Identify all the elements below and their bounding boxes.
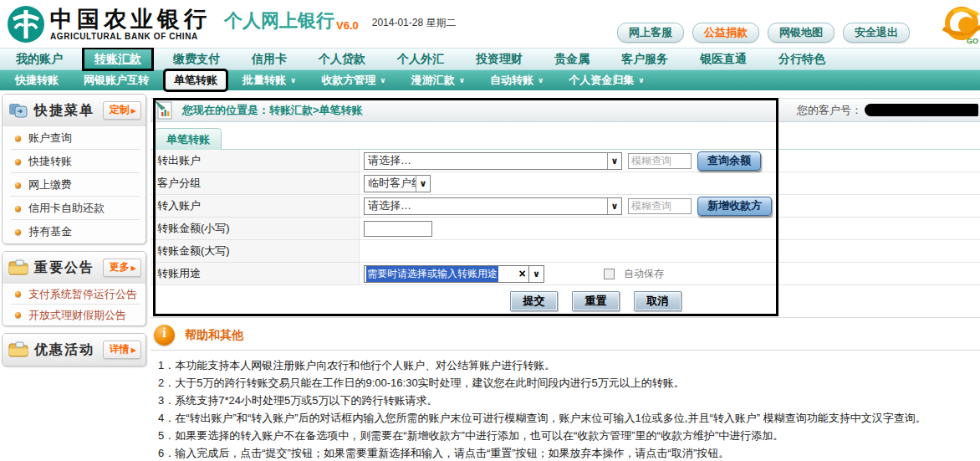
chevron-down-icon[interactable] (607, 198, 621, 214)
customize-button[interactable]: 定制 (103, 101, 141, 120)
quick-menu-item-label: 信用卡自助还款 (28, 201, 105, 216)
details-button[interactable]: 详情 (103, 341, 141, 359)
main-nav-item[interactable]: 分行特色 (768, 49, 836, 69)
version-badge: V6.0 (336, 19, 359, 33)
main-nav-item[interactable]: 贵金属 (544, 49, 600, 69)
header-quick-link[interactable]: 网上客服 (617, 23, 684, 43)
notice-item[interactable]: 开放式理财假期公告 (3, 305, 145, 325)
clear-icon[interactable] (516, 266, 528, 282)
quick-menu-header: 快捷菜单 定制 (3, 95, 145, 126)
sub-nav-item[interactable]: 收款方管理 (313, 71, 394, 90)
sidebar: 快捷菜单 定制 账户查询 快捷转账 网上缴费 信用卡自助还款 持有基金 (0, 90, 150, 373)
transfer-form: 转出账户 请选择… 查询余额 客户分组 临时客户组 转入账户 (151, 150, 980, 318)
customer-group-select[interactable]: 临时客户组 (364, 175, 431, 192)
bullet-icon (15, 136, 21, 141)
notice-panel: 重要公告 更多 支付系统暂停运行公告 开放式理财假期公告 (2, 251, 146, 326)
quick-menu-item[interactable]: 网上缴费 (3, 173, 145, 197)
help-item: 3．系统支持7*24小时处理5万或5万以下的跨行转账请求。 (158, 392, 975, 409)
quick-menu-item[interactable]: 信用卡自助还款 (3, 197, 145, 220)
product-title: 个人网上银行 (224, 8, 334, 33)
form-row-amount-lower: 转账金额(小写) (151, 218, 980, 240)
amount-upper-value (360, 240, 980, 262)
bullet-icon (15, 206, 21, 212)
promotions-title: 优惠活动 (34, 341, 94, 359)
header-quick-link[interactable]: 公益捐款 (692, 23, 759, 43)
info-icon (154, 325, 175, 346)
add-payee-button[interactable]: 新增收款方 (697, 197, 772, 216)
tab-single-transfer[interactable]: 单笔转账 (155, 128, 222, 150)
date-text: 2014-01-28 星期二 (372, 16, 457, 33)
bullet-icon (15, 312, 21, 318)
help-list: 1．本功能支持本人网银注册账户向农行和他行个人账户、对公结算账户进行转账。2．大… (151, 351, 980, 461)
form-action-row: 提交 重置 取消 (151, 285, 980, 318)
quick-menu-item[interactable]: 快捷转账 (3, 150, 145, 173)
sub-nav-item[interactable]: 网银账户互转 (75, 71, 157, 90)
in-account-fuzzy-input[interactable] (628, 198, 692, 214)
help-item: 5．如果要选择的转入账户不在备选项中，则需要在“新增收款方”中进行添加，也可以在… (158, 427, 975, 444)
query-balance-button[interactable]: 查询余额 (697, 151, 761, 171)
abc-logo-icon (7, 5, 45, 44)
customer-no-label: 您的客户号： (797, 103, 862, 118)
main-nav-item[interactable]: 缴费支付 (162, 49, 231, 69)
location-bar: 您现在的位置是：转账汇款>单笔转账 您的客户号： (151, 98, 980, 122)
sub-nav-item[interactable]: 漫游汇款 (403, 71, 473, 90)
main-nav: 我的账户转账汇款缴费支付信用卡个人贷款个人外汇投资理财贵金属客户服务银医直通分行… (0, 48, 980, 70)
main-nav-item[interactable]: 我的账户 (5, 49, 74, 69)
reset-button[interactable]: 重置 (572, 291, 620, 311)
quick-menu-panel: 快捷菜单 定制 账户查询 快捷转账 网上缴费 信用卡自助还款 持有基金 (2, 94, 146, 244)
notice-item[interactable]: 支付系统暂停运行公告 (3, 284, 145, 305)
purpose-value-highlighted: 需要时请选择或输入转账用途 (366, 266, 498, 282)
form-row-in-account: 转入账户 请选择… 新增收款方 (151, 195, 980, 218)
in-account-label: 转入账户 (151, 195, 360, 217)
submit-button[interactable]: 提交 (510, 291, 558, 311)
sub-nav-item[interactable]: 批量转账 (234, 71, 304, 90)
autosave-checkbox[interactable] (604, 269, 615, 279)
bullet-icon (15, 182, 21, 188)
out-account-select-value: 请选择… (365, 153, 607, 169)
main-nav-item[interactable]: 客户服务 (610, 49, 679, 69)
amount-input[interactable] (364, 221, 432, 237)
sub-nav-item[interactable]: 自动转账 (482, 71, 552, 90)
main-content: 您现在的位置是：转账汇款>单笔转账 您的客户号： 单笔转账 转出账户 请选择… … (151, 90, 980, 461)
bullet-icon (15, 159, 21, 165)
corner-go-text: GO (967, 37, 978, 45)
amount-lower-label: 转账金额(小写) (151, 218, 360, 239)
help-item: 6．输入完成后，点击“提交”按钮；如果需要重新选择和输入，请点击“重置”按钮；如… (158, 444, 975, 461)
chevron-down-icon[interactable] (528, 266, 544, 282)
more-button[interactable]: 更多 (103, 259, 141, 277)
form-row-amount-upper: 转账金额(大写) (151, 240, 980, 263)
customer-number-redacted (865, 104, 978, 116)
help-item: 1．本功能支持本人网银注册账户向农行和他行个人账户、对公结算账户进行转账。 (158, 356, 975, 374)
quick-menu-item[interactable]: 持有基金 (3, 220, 145, 243)
folder-icon (8, 259, 28, 276)
main-nav-item[interactable]: 银医直通 (689, 49, 758, 69)
quick-menu-item-label: 账户查询 (28, 131, 72, 146)
sub-nav-item[interactable]: 单笔转账 (166, 71, 226, 90)
main-nav-item[interactable]: 转账汇款 (84, 49, 152, 69)
in-account-select[interactable]: 请选择… (364, 197, 622, 215)
bank-logo: 中国农业银行 AGRICULTURAL BANK OF CHINA (7, 5, 211, 44)
quick-menu-item[interactable]: 账户查询 (3, 126, 145, 150)
chevron-down-icon[interactable] (416, 176, 430, 192)
main-nav-item[interactable]: 个人贷款 (308, 49, 376, 69)
notice-item-label: 支付系统暂停运行公告 (28, 287, 137, 302)
chevron-down-icon[interactable] (607, 153, 621, 169)
customer-group-select-value: 临时客户组 (365, 176, 416, 192)
header-quick-link[interactable]: 网银地图 (768, 23, 835, 43)
cancel-button[interactable]: 取消 (634, 291, 681, 311)
out-account-select[interactable]: 请选择… (364, 152, 622, 170)
out-account-fuzzy-input[interactable] (628, 153, 692, 169)
purpose-combo[interactable]: 需要时请选择或输入转账用途 (364, 265, 544, 283)
sub-nav-item[interactable]: 个人资金归集 (560, 71, 652, 90)
main-nav-item[interactable]: 个人外汇 (386, 49, 455, 69)
autosave-label: 自动保存 (624, 267, 664, 281)
breadcrumb: 您现在的位置是：转账汇款>单笔转账 (182, 103, 363, 118)
header: 中国农业银行 AGRICULTURAL BANK OF CHINA 个人网上银行… (0, 0, 980, 48)
sub-nav: 快捷转账网银账户互转单笔转账批量转账收款方管理漫游汇款自动转账个人资金归集 (0, 70, 980, 90)
main-nav-item[interactable]: 信用卡 (241, 49, 298, 69)
header-quick-link[interactable]: 安全退出 (843, 23, 910, 43)
quick-menu-item-label: 快捷转账 (28, 154, 72, 169)
sub-nav-item[interactable]: 快捷转账 (7, 71, 67, 90)
main-nav-item[interactable]: 投资理财 (465, 49, 533, 69)
notice-item-label: 开放式理财假期公告 (28, 308, 126, 323)
